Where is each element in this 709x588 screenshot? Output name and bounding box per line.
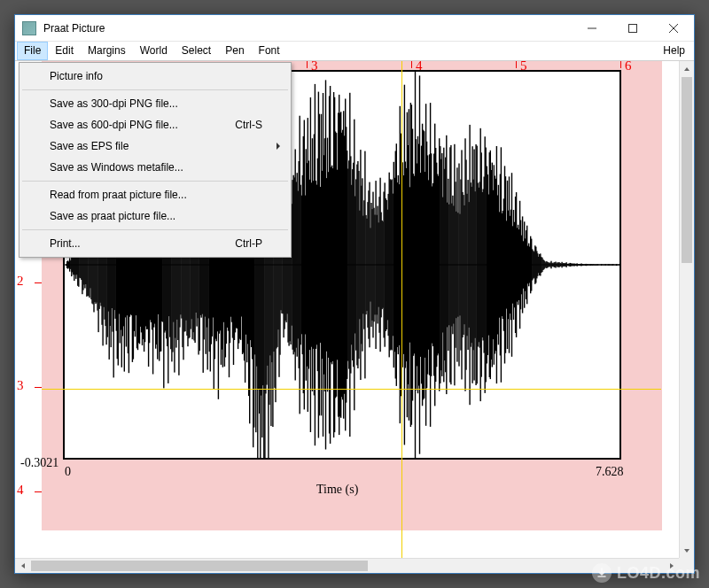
ruler-left-3: 3 (17, 378, 24, 393)
menu-item-picture-info[interactable]: Picture info (21, 66, 289, 87)
x-axis-label: Time (s) (316, 483, 358, 497)
menu-item-save-praat[interactable]: Save as praat picture file... (21, 205, 289, 227)
menu-item-save-eps[interactable]: Save as EPS file (21, 135, 289, 157)
menu-item-label: Save as Windows metafile... (50, 161, 183, 174)
menu-file[interactable]: File (17, 42, 48, 60)
ruler-top-6: 6 (625, 61, 632, 74)
window-controls (572, 15, 694, 41)
crosshair-horizontal (42, 389, 661, 390)
menu-world[interactable]: World (133, 42, 175, 60)
menu-font[interactable]: Font (252, 42, 287, 60)
menu-item-label: Save as 600-dpi PNG file... (50, 119, 178, 131)
scroll-down-arrow-icon[interactable] (680, 543, 694, 558)
watermark-text: LO4D.com (617, 564, 700, 583)
ruler-tick-top (516, 61, 517, 68)
menu-item-shortcut: Ctrl-P (235, 237, 262, 250)
menu-item-save-600-png[interactable]: Save as 600-dpi PNG file... Ctrl-S (21, 114, 289, 135)
titlebar: Praat Picture (15, 15, 694, 42)
menu-edit[interactable]: Edit (48, 42, 81, 60)
window-title: Praat Picture (43, 22, 105, 35)
maximize-button[interactable] (612, 15, 653, 41)
menu-separator (22, 89, 288, 90)
menu-item-print[interactable]: Print... Ctrl-P (21, 233, 289, 254)
x-axis-start-label: 0 (65, 465, 71, 479)
menu-item-label: Save as 300-dpi PNG file... (50, 97, 178, 110)
ruler-tick-left (35, 282, 42, 283)
scroll-up-arrow-icon[interactable] (680, 61, 694, 76)
crosshair-vertical (401, 61, 402, 558)
svg-rect-0 (629, 24, 637, 32)
ruler-tick-top (620, 61, 621, 68)
menu-item-read-praat[interactable]: Read from praat picture file... (21, 184, 289, 205)
close-button[interactable] (653, 15, 694, 41)
menu-help[interactable]: Help (656, 42, 692, 60)
menu-select[interactable]: Select (175, 42, 218, 60)
menu-item-label: Save as EPS file (50, 140, 129, 152)
menu-pen[interactable]: Pen (218, 42, 251, 60)
y-axis-min-label: -0.3021 (20, 456, 58, 470)
menu-item-label: Print... (50, 237, 81, 250)
menu-item-shortcut: Ctrl-S (235, 119, 262, 131)
menu-item-label: Picture info (50, 70, 103, 82)
menu-margins[interactable]: Margins (81, 42, 133, 60)
ruler-left-4: 4 (17, 483, 24, 498)
scrollbar-thumb[interactable] (31, 561, 368, 571)
menu-item-label: Save as praat picture file... (50, 210, 175, 222)
menu-item-save-wmf[interactable]: Save as Windows metafile... (21, 157, 289, 178)
ruler-tick-left (35, 491, 42, 492)
menu-separator (22, 229, 288, 230)
scroll-left-arrow-icon[interactable] (15, 559, 30, 573)
horizontal-scrollbar[interactable] (15, 558, 679, 573)
download-icon (592, 563, 612, 583)
file-menu-dropdown: Picture info Save as 300-dpi PNG file...… (19, 62, 292, 258)
ruler-tick-top (307, 61, 308, 68)
menu-item-save-300-png[interactable]: Save as 300-dpi PNG file... (21, 93, 289, 114)
menubar: File Edit Margins World Select Pen Font … (15, 42, 694, 61)
x-axis-end-label: 7.628 (596, 465, 624, 479)
minimize-button[interactable] (572, 15, 612, 41)
vertical-scrollbar[interactable] (679, 61, 694, 558)
ruler-tick-top (411, 61, 412, 68)
scrollbar-thumb[interactable] (682, 77, 692, 263)
menu-separator (22, 181, 288, 182)
submenu-arrow-icon (277, 143, 280, 150)
ruler-left-2: 2 (17, 274, 24, 289)
app-icon (22, 21, 36, 35)
ruler-tick-left (35, 387, 42, 388)
watermark: LO4D.com (592, 563, 700, 583)
menu-item-label: Read from praat picture file... (50, 189, 187, 201)
